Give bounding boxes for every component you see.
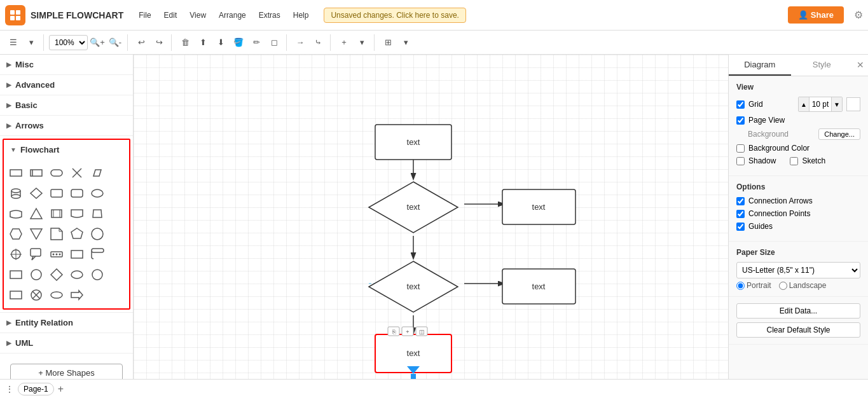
page-tab-1[interactable]: Page-1 [18,383,54,395]
shape-cylinder[interactable] [6,184,25,203]
paper-size-select[interactable]: US-Letter (8,5" x 11") [736,262,860,278]
shape-rect3[interactable] [6,265,25,284]
guides-checkbox[interactable] [736,223,745,231]
section-uml[interactable]: ▶ UML [0,333,133,353]
zoom-in-button[interactable]: 🔍+ [89,34,106,51]
section-basic[interactable]: ▶ Basic [0,95,133,116]
menu-view[interactable]: View [184,8,211,22]
tab-diagram[interactable]: Diagram [729,55,791,76]
grid-checkbox[interactable] [736,100,745,109]
shape-process2[interactable] [27,163,46,182]
shape-document[interactable] [67,204,86,223]
zoom-select[interactable]: 100%75%150% [49,35,88,50]
insert-button[interactable]: + [336,34,352,51]
tab-style[interactable]: Style [791,55,853,76]
shape-scroll[interactable] [88,245,107,264]
shape-blank3 [108,204,127,223]
shape-process3[interactable] [47,204,66,223]
shape-down-triangle[interactable] [27,224,46,244]
menu-file[interactable]: File [134,8,156,22]
shape-crosshair[interactable] [6,245,25,264]
change-background-button[interactable]: Change... [818,128,860,140]
insert-dropdown-button[interactable]: ▾ [354,34,370,51]
undo-button[interactable]: ↩ [133,34,149,51]
table-button[interactable]: ⊞ [380,34,396,51]
shape-triangle[interactable] [27,204,46,223]
insert-group: + ▾ [336,34,375,51]
stepper-up-button[interactable]: ▲ [799,97,809,111]
landscape-radio[interactable] [779,282,787,290]
sketch-checkbox[interactable] [790,157,798,165]
zoom-out-button[interactable]: 🔍- [107,34,123,51]
delete-button[interactable]: 🗑 [177,34,193,51]
menu-arrange[interactable]: Arrange [214,8,251,22]
shape-rounded2[interactable] [47,184,66,203]
connection-points-checkbox[interactable] [736,210,745,218]
section-misc[interactable]: ▶ Misc [0,55,133,75]
fill-button[interactable]: 🪣 [230,34,247,51]
stroke-button[interactable]: ✏ [248,34,265,51]
shape-diamond[interactable] [27,184,46,203]
stepper-down-button[interactable]: ▼ [832,97,842,111]
shape-oval2[interactable] [47,285,66,305]
shadow-checkbox[interactable] [736,157,745,165]
shape-rect4[interactable] [6,285,25,305]
more-shapes-container: + More Shapes [0,353,133,379]
section-arrows[interactable]: ▶ Arrows [0,116,133,136]
shape-diamond2[interactable] [47,265,66,284]
shape-callout[interactable] [27,245,46,264]
share-button[interactable]: 👤 Share [788,6,844,24]
canvas-area[interactable]: text text text text text ⎘ + ◫ text [134,55,728,379]
connection-arrows-checkbox[interactable] [736,197,745,205]
shape-ellipse[interactable] [88,184,107,203]
portrait-radio[interactable] [736,282,745,290]
section-entity-relation[interactable]: ▶ Entity Relation [0,312,133,333]
shape-process[interactable] [6,163,25,182]
connector-button[interactable]: → [292,34,308,51]
shape-dots[interactable] [47,245,66,264]
svg-text:text: text [532,282,546,291]
menu-help[interactable]: Help [288,8,314,22]
more-shapes-button[interactable]: + More Shapes [10,364,123,379]
shape-pentagon[interactable] [67,224,86,244]
add-page-button[interactable]: + [58,383,64,395]
menu-extras[interactable]: Extras [254,8,286,22]
shape-parallelogram[interactable] [88,163,107,182]
shape-xshape[interactable] [67,163,86,182]
table-dropdown-button[interactable]: ▾ [397,34,414,51]
shape-note[interactable] [47,224,66,244]
menu-edit[interactable]: Edit [159,8,183,22]
to-front-button[interactable]: ⬆ [195,34,211,51]
grid-color-swatch[interactable] [846,97,860,111]
shape-xcircle[interactable] [27,285,46,305]
view-dropdown-button[interactable]: ▾ [23,34,39,51]
shape-arrow-right[interactable] [67,285,86,305]
shape-rect2[interactable] [67,245,86,264]
section-advanced[interactable]: ▶ Advanced [0,75,133,95]
waypoint-button[interactable]: ⤷ [310,34,326,51]
shape-rounded3[interactable] [67,184,86,203]
settings-icon[interactable]: ⚙ [854,9,863,21]
close-right-panel-button[interactable]: ✕ [853,55,868,76]
pageview-checkbox[interactable] [736,116,745,125]
page-menu-icon[interactable]: ⋮ [5,384,14,394]
shape-circle[interactable] [88,224,107,244]
redo-button[interactable]: ↪ [151,34,167,51]
paper-section-title: Paper Size [736,248,860,257]
bgcolor-checkbox[interactable] [736,144,745,153]
shape-tape[interactable] [6,204,25,223]
grid-pt-value[interactable] [809,97,832,111]
shape-circle3[interactable] [88,265,107,284]
shape-rounded[interactable] [47,163,66,182]
to-back-button[interactable]: ⬇ [212,34,229,51]
section-flowchart[interactable]: ▼ Flowchart [4,140,129,160]
shadow-button[interactable]: ◻ [266,34,282,51]
edit-data-button[interactable]: Edit Data... [736,303,860,319]
clear-default-style-button[interactable]: Clear Default Style [736,322,860,338]
shape-hexagon[interactable] [6,224,25,244]
shape-circle2[interactable] [27,265,46,284]
unsaved-changes-button[interactable]: Unsaved changes. Click here to save. [324,8,465,23]
shape-trapezoid[interactable] [88,204,107,223]
sidebar-toggle-button[interactable]: ☰ [5,34,22,51]
shape-oval[interactable] [67,265,86,284]
